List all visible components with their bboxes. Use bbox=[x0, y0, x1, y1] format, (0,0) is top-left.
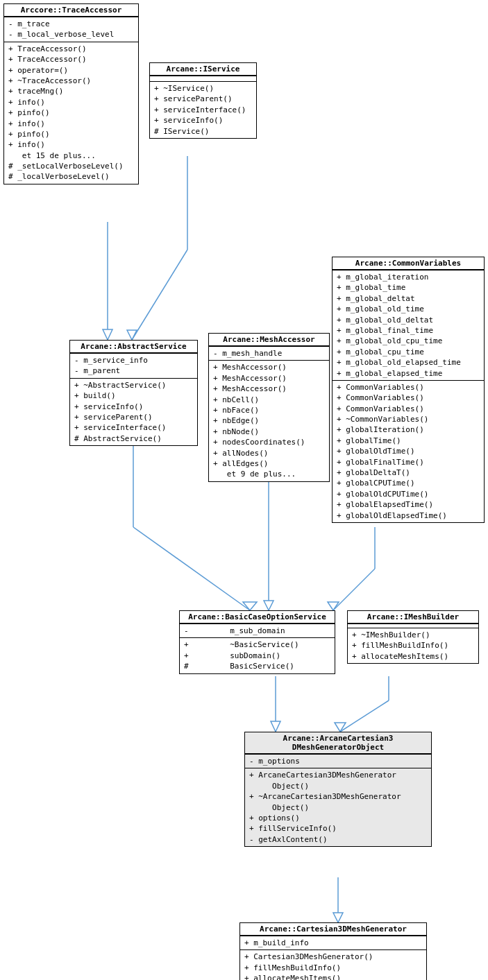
commonvariables-methods: + CommonVariables() + CommonVariables() … bbox=[333, 380, 484, 522]
svg-line-3 bbox=[132, 250, 187, 340]
cartesian3d-fields: + m_build_info bbox=[240, 936, 426, 949]
svg-marker-20 bbox=[333, 913, 343, 922]
cartesian3d-title: Arcane::Cartesian3DMeshGenerator bbox=[240, 923, 426, 936]
commonvariables-title: Arcane::CommonVariables bbox=[333, 257, 484, 270]
traceaccessor-title: Arccore::TraceAccessor bbox=[4, 4, 138, 17]
basiccaseoption-title: Arcane::BasicCaseOptionService bbox=[180, 611, 335, 624]
meshaccessor-fields: - m_mesh_handle bbox=[209, 346, 329, 360]
meshaccessor-methods: + MeshAccessor() + MeshAccessor() + Mesh… bbox=[209, 360, 329, 481]
svg-marker-18 bbox=[335, 723, 346, 732]
svg-marker-10 bbox=[264, 601, 274, 610]
imeshbuilder-title: Arcane::IMeshBuilder bbox=[348, 611, 478, 624]
commonvariables-fields: + m_global_iteration + m_global_time + m… bbox=[333, 270, 484, 380]
arcanecartesian-title: Arcane::ArcaneCartesian3DMeshGeneratorOb… bbox=[245, 732, 431, 754]
cartesian3d-box: Arcane::Cartesian3DMeshGenerator + m_bui… bbox=[239, 922, 427, 980]
field-m-local-verbose: - m_local_verbose_level bbox=[7, 29, 135, 40]
arcanecartesian-fields: - m_options bbox=[245, 754, 431, 768]
basiccaseoption-fields: - m_sub_domain bbox=[180, 624, 335, 637]
abstractservice-title: Arcane::AbstractService bbox=[70, 341, 197, 353]
abstractservice-box: Arcane::AbstractService - m_service_info… bbox=[69, 340, 198, 446]
svg-marker-1 bbox=[103, 329, 112, 340]
svg-marker-13 bbox=[328, 602, 339, 610]
iservice-box: Arcane::IService + ~IService() + service… bbox=[149, 62, 257, 139]
arcanecartesian-box: Arcane::ArcaneCartesian3DMeshGeneratorOb… bbox=[244, 732, 432, 847]
iservice-empty bbox=[150, 76, 256, 81]
iservice-title: Arcane::IService bbox=[150, 63, 256, 76]
cartesian3d-methods: + Cartesian3DMeshGenerator() + fillMeshB… bbox=[240, 949, 426, 980]
svg-marker-15 bbox=[271, 721, 280, 732]
field-m-trace: - m_trace bbox=[7, 19, 135, 29]
iservice-methods: + ~IService() + serviceParent() + servic… bbox=[150, 81, 256, 138]
traceaccessor-fields: - m_trace - m_local_verbose_level bbox=[4, 17, 138, 42]
abstractservice-methods: + ~AbstractService() + build() + service… bbox=[70, 378, 197, 445]
imeshbuilder-methods: + ~IMeshBuilder() + fillMeshBuildInfo() … bbox=[348, 628, 478, 663]
traceaccessor-methods: + TraceAccessor() + TraceAccessor() + op… bbox=[4, 42, 138, 184]
abstractservice-fields: - m_service_info - m_parent bbox=[70, 353, 197, 378]
svg-line-12 bbox=[333, 569, 375, 610]
svg-marker-7 bbox=[243, 602, 257, 610]
basiccaseoption-methods: + ~BasicService() + subDomain() # BasicS… bbox=[180, 637, 335, 673]
meshaccessor-box: Arcane::MeshAccessor - m_mesh_handle + M… bbox=[208, 333, 330, 482]
basiccaseoption-box: Arcane::BasicCaseOptionService - m_sub_d… bbox=[179, 610, 335, 674]
svg-line-6 bbox=[133, 527, 250, 610]
imeshbuilder-box: Arcane::IMeshBuilder + ~IMeshBuilder() +… bbox=[347, 610, 479, 664]
meshaccessor-title: Arcane::MeshAccessor bbox=[209, 334, 329, 346]
svg-marker-4 bbox=[127, 330, 137, 340]
tracecaccessor-box: Arccore::TraceAccessor - m_trace - m_loc… bbox=[3, 3, 139, 184]
commonvariables-box: Arcane::CommonVariables + m_global_itera… bbox=[332, 257, 485, 523]
arcanecartesian-methods: + ArcaneCartesian3DMeshGenerator Object(… bbox=[245, 768, 431, 846]
diagram-container: Arccore::TraceAccessor - m_trace - m_loc… bbox=[0, 0, 488, 980]
svg-line-17 bbox=[340, 700, 389, 732]
